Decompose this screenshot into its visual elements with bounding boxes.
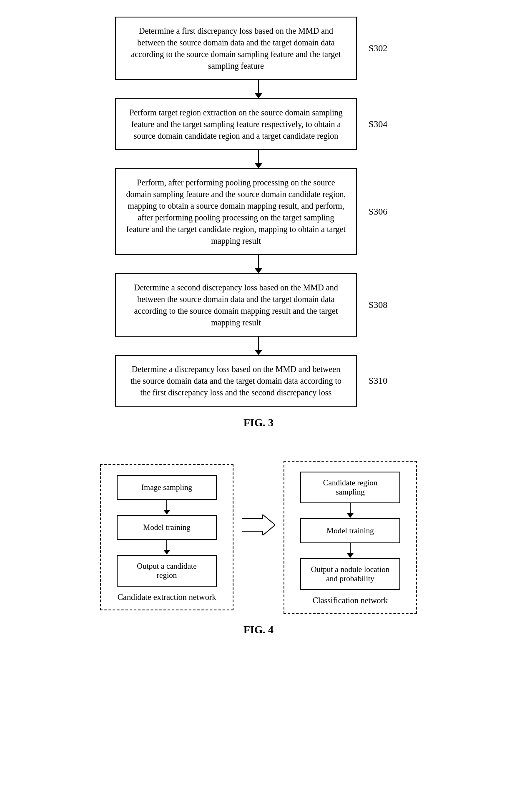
model-training-box-left: Model training: [117, 515, 217, 540]
model-training-text-left: Model training: [143, 523, 190, 532]
model-training-text-right: Model training: [326, 526, 374, 535]
step-s306-text: Perform, after performing pooling proces…: [126, 177, 346, 247]
flow-row-s306: Perform, after performing pooling proces…: [25, 168, 492, 255]
flow-row-s304: Perform target region extraction on the …: [25, 98, 492, 150]
step-s308-box: Determine a second discrepancy loss base…: [115, 273, 357, 337]
classification-network-label: Classification network: [313, 596, 388, 605]
step-s310-text: Determine a discrepancy loss based on th…: [126, 363, 346, 398]
output-nodule-location-text: Output a nodule location and probability: [309, 565, 391, 583]
fig3-flowchart: Determine a first discrepancy loss based…: [25, 17, 492, 444]
candidate-region-sampling-text: Candidate region sampling: [309, 478, 391, 497]
flow-row-s302: Determine a first discrepancy loss based…: [25, 17, 492, 80]
step-s306-box: Perform, after performing pooling proces…: [115, 168, 357, 255]
step-s308-label: S308: [369, 300, 402, 310]
arrow-s308-s310: [138, 337, 379, 355]
fig4-diagram: Image sampling Model training Output a c…: [25, 461, 492, 614]
arrow-s306-s308: [138, 255, 379, 273]
flow-row-s308: Determine a second discrepancy loss base…: [25, 273, 492, 337]
candidate-extraction-label: Candidate extraction network: [118, 592, 216, 602]
output-candidate-region-box: Output a candidate region: [117, 555, 217, 587]
fig3-caption: FIG. 3: [243, 417, 274, 429]
step-s302-label: S302: [369, 43, 402, 54]
arrow-model-output-right: [347, 543, 354, 558]
candidate-extraction-network: Image sampling Model training Output a c…: [100, 464, 233, 610]
output-nodule-location-box: Output a nodule location and probability: [300, 558, 400, 590]
step-s304-text: Perform target region extraction on the …: [126, 107, 346, 142]
arrow-sampling-model-right: [347, 503, 354, 518]
image-sampling-box: Image sampling: [117, 475, 217, 500]
arrow-image-model-left: [163, 500, 170, 515]
arrow-model-output-left: [163, 540, 170, 555]
arrow-s304-s306: [138, 150, 379, 168]
step-s302-box: Determine a first discrepancy loss based…: [115, 17, 357, 80]
output-candidate-region-text: Output a candidate region: [126, 562, 208, 580]
big-arrow-shape: [242, 515, 275, 535]
big-arrow-between-networks: [238, 515, 279, 535]
flow-row-s310: Determine a discrepancy loss based on th…: [25, 355, 492, 407]
step-s310-label: S310: [369, 375, 402, 386]
step-s304-box: Perform target region extraction on the …: [115, 98, 357, 150]
step-s304-label: S304: [369, 119, 402, 130]
step-s306-label: S306: [369, 206, 402, 217]
arrow-s302-s304: [138, 80, 379, 98]
step-s302-text: Determine a first discrepancy loss based…: [126, 25, 346, 72]
classification-network: Candidate region sampling Model training…: [284, 461, 417, 614]
model-training-box-right: Model training: [300, 518, 400, 543]
image-sampling-text: Image sampling: [141, 483, 192, 492]
fig4-caption: FIG. 4: [25, 624, 492, 636]
step-s308-text: Determine a second discrepancy loss base…: [126, 282, 346, 328]
step-s310-box: Determine a discrepancy loss based on th…: [115, 355, 357, 407]
svg-marker-0: [242, 515, 275, 535]
candidate-region-sampling-box: Candidate region sampling: [300, 472, 400, 503]
